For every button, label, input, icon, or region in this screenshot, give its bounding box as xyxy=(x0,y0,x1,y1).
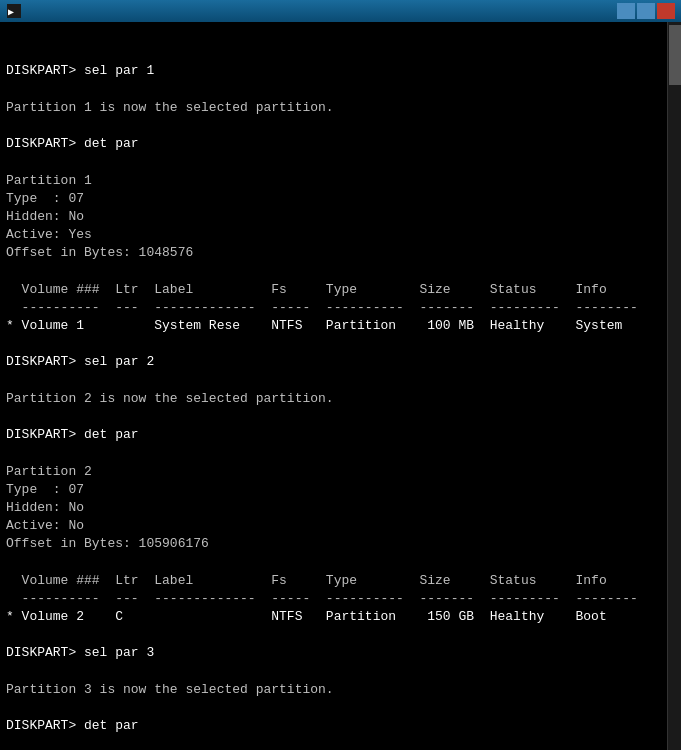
console-line: * Volume 2 C NTFS Partition 150 GB Healt… xyxy=(6,608,659,626)
window-controls xyxy=(617,3,675,19)
console-line: * Volume 1 System Rese NTFS Partition 10… xyxy=(6,317,659,335)
console-line: ---------- --- ------------- ----- -----… xyxy=(6,299,659,317)
console-line: Hidden: No xyxy=(6,499,659,517)
console-line: Hidden: No xyxy=(6,208,659,226)
console-content: DISKPART> sel par 1 Partition 1 is now t… xyxy=(6,62,675,750)
window: ▶ DISKPART> sel par 1 Partition 1 is now… xyxy=(0,0,681,750)
console-line: DISKPART> sel par 2 xyxy=(6,353,659,371)
console-line xyxy=(6,153,659,171)
console-line: Active: No xyxy=(6,517,659,535)
console-line xyxy=(6,663,659,681)
maximize-button[interactable] xyxy=(637,3,655,19)
svg-text:▶: ▶ xyxy=(8,6,14,17)
console-line: Volume ### Ltr Label Fs Type Size Status… xyxy=(6,572,659,590)
console-line: DISKPART> det par xyxy=(6,717,659,735)
console-line xyxy=(6,262,659,280)
console-line: Type : 07 xyxy=(6,190,659,208)
console-line: Offset in Bytes: 105906176 xyxy=(6,535,659,553)
console-line: DISKPART> det par xyxy=(6,135,659,153)
console-line: DISKPART> sel par 3 xyxy=(6,644,659,662)
console-line: Partition 1 xyxy=(6,172,659,190)
scrollbar[interactable] xyxy=(667,22,681,750)
title-bar: ▶ xyxy=(0,0,681,22)
console-line xyxy=(6,372,659,390)
console-line xyxy=(6,626,659,644)
console-line xyxy=(6,553,659,571)
console-line xyxy=(6,81,659,99)
console-line: Partition 3 is now the selected partitio… xyxy=(6,681,659,699)
console-line: Partition 2 is now the selected partitio… xyxy=(6,390,659,408)
console-line: DISKPART> det par xyxy=(6,426,659,444)
console-line xyxy=(6,444,659,462)
console-line xyxy=(6,117,659,135)
scrollbar-thumb[interactable] xyxy=(669,25,681,85)
console-line xyxy=(6,408,659,426)
console-line: Type : 07 xyxy=(6,481,659,499)
minimize-button[interactable] xyxy=(617,3,635,19)
console-output: DISKPART> sel par 1 Partition 1 is now t… xyxy=(0,22,681,750)
console-line xyxy=(6,335,659,353)
console-line: Offset in Bytes: 1048576 xyxy=(6,244,659,262)
console-line: DISKPART> sel par 1 xyxy=(6,62,659,80)
console-line xyxy=(6,735,659,750)
console-line: ---------- --- ------------- ----- -----… xyxy=(6,590,659,608)
console-line: Partition 1 is now the selected partitio… xyxy=(6,99,659,117)
console-line: Volume ### Ltr Label Fs Type Size Status… xyxy=(6,281,659,299)
console-line: Active: Yes xyxy=(6,226,659,244)
app-icon: ▶ xyxy=(6,3,22,19)
console-line xyxy=(6,699,659,717)
console-line: Partition 2 xyxy=(6,463,659,481)
close-button[interactable] xyxy=(657,3,675,19)
